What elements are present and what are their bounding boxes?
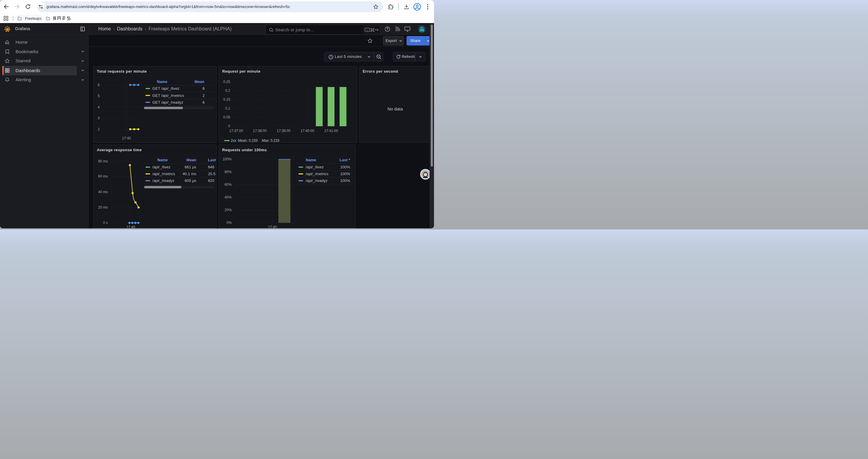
svg-text:0%: 0% <box>226 221 232 225</box>
svg-text:3: 3 <box>98 116 100 120</box>
svg-text:80%: 80% <box>224 170 231 174</box>
svg-text:20%: 20% <box>224 208 231 212</box>
svg-text:17:37:00: 17:37:00 <box>229 129 243 133</box>
svg-text:17:40: 17:40 <box>268 225 277 228</box>
svg-text:Max: 0.233: Max: 0.233 <box>262 138 280 143</box>
svg-text:80 ms: 80 ms <box>98 159 108 163</box>
svg-text:2: 2 <box>203 93 205 97</box>
svg-text:620: 620 <box>208 178 215 183</box>
svg-text:/api/_/metrics: /api/_/metrics <box>306 172 329 176</box>
svg-text:0.25: 0.25 <box>223 80 230 84</box>
svg-text:Name: Name <box>306 158 316 162</box>
svg-text:17:40: 17:40 <box>126 225 135 228</box>
svg-text:661 µs: 661 µs <box>185 165 196 169</box>
svg-text:/api/_/metrics: /api/_/metrics <box>152 172 176 176</box>
svg-text:6: 6 <box>203 100 205 104</box>
svg-text:/api/_/readyz: /api/_/readyz <box>152 178 174 183</box>
svg-text:100%: 100% <box>340 165 350 169</box>
svg-text:60%: 60% <box>224 183 231 187</box>
svg-text:/api/_/livez: /api/_/livez <box>152 165 170 169</box>
svg-text:Last *: Last * <box>340 158 350 162</box>
svg-text:60 ms: 60 ms <box>98 174 108 178</box>
svg-text:40 ms: 40 ms <box>98 190 108 194</box>
svg-text:20 ms: 20 ms <box>98 205 108 209</box>
svg-text:0.05: 0.05 <box>223 115 230 119</box>
svg-text:Mean: 0.233: Mean: 0.233 <box>238 138 258 143</box>
svg-text:Mean: Mean <box>195 79 205 84</box>
svg-text:17:41:00: 17:41:00 <box>324 129 338 133</box>
svg-text:0: 0 <box>228 124 230 128</box>
svg-text:0.2: 0.2 <box>225 89 230 93</box>
svg-text:5: 5 <box>98 94 100 98</box>
svg-text:/api/_/readyz: /api/_/readyz <box>306 178 328 183</box>
svg-text:0.1: 0.1 <box>225 106 230 110</box>
svg-text:4: 4 <box>98 105 100 109</box>
svg-text:Mean: Mean <box>186 158 196 162</box>
svg-text:2: 2 <box>98 127 100 131</box>
svg-text:20.5 r: 20.5 r <box>208 172 217 176</box>
svg-text:40%: 40% <box>224 195 231 199</box>
svg-text:17:40:00: 17:40:00 <box>301 129 315 133</box>
svg-text:100%: 100% <box>223 157 232 161</box>
svg-text:Last *: Last * <box>208 158 217 162</box>
svg-text:100%: 100% <box>340 172 350 176</box>
svg-text:100%: 100% <box>340 178 350 183</box>
svg-text:Name: Name <box>157 158 168 162</box>
svg-text:0 s: 0 s <box>103 221 108 225</box>
svg-text:17:39:00: 17:39:00 <box>277 129 291 133</box>
svg-text:GET /api/_/readyz: GET /api/_/readyz <box>152 100 183 104</box>
svg-text:605 µs: 605 µs <box>185 178 196 183</box>
svg-text:6: 6 <box>203 86 205 91</box>
svg-text:Name: Name <box>157 79 167 84</box>
svg-text:17:38:00: 17:38:00 <box>253 129 267 133</box>
svg-text:GET /api/_/livez: GET /api/_/livez <box>152 86 180 91</box>
svg-text:GET /api/_/metrics: GET /api/_/metrics <box>152 93 184 97</box>
svg-text:0.15: 0.15 <box>223 97 230 102</box>
svg-text:40.1 ms: 40.1 ms <box>183 172 196 176</box>
svg-text:/api/_/livez: /api/_/livez <box>306 165 324 169</box>
svg-text:2xx: 2xx <box>231 138 236 143</box>
svg-text:646: 646 <box>208 165 215 169</box>
svg-text:6: 6 <box>98 83 100 87</box>
svg-text:17:40: 17:40 <box>122 136 131 140</box>
